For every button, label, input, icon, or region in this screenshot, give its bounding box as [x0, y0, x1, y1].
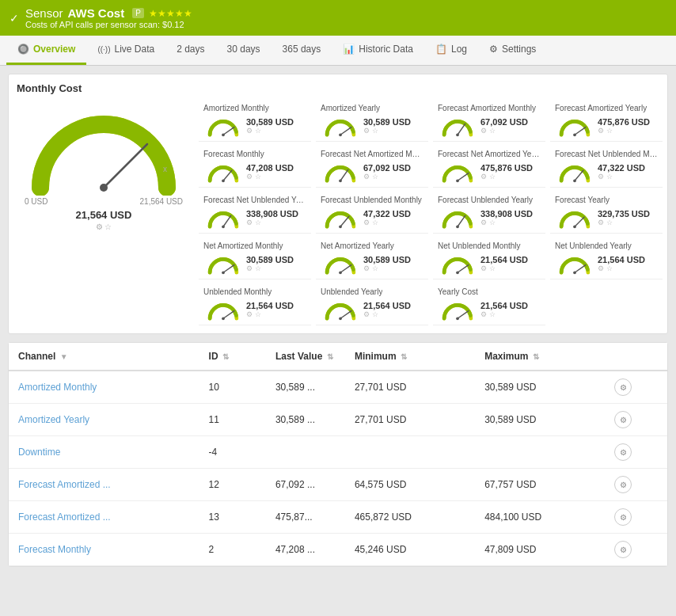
col-maximum[interactable]: Maximum ⇅ [475, 343, 605, 371]
cell-channel[interactable]: Forecast Monthly [9, 534, 199, 566]
gauge-settings-large[interactable]: ⚙ ☆ [96, 222, 112, 231]
small-gauge-settings[interactable]: ⚙ ☆ [363, 127, 411, 135]
historic-icon: 📊 [343, 44, 355, 55]
cell-actions: ⚙ [605, 534, 667, 566]
tab-live-data-label: Live Data [114, 44, 154, 55]
tab-log-label: Log [451, 44, 467, 55]
row-settings-button[interactable]: ⚙ [614, 378, 632, 396]
tab-historic[interactable]: 📊 Historic Data [332, 36, 424, 65]
row-settings-button[interactable]: ⚙ [614, 443, 632, 461]
small-gauge-settings[interactable]: ⚙ ☆ [480, 173, 533, 181]
small-gauge-settings[interactable]: ⚙ ☆ [363, 310, 411, 318]
small-gauge-svg [203, 298, 243, 321]
small-gauge-settings[interactable]: ⚙ ☆ [598, 264, 645, 272]
small-gauge-item: Forecast Net Amortized Yearly 475,876 US… [433, 146, 545, 188]
gauge-max-label: 21,564 USD [140, 197, 183, 206]
col-minimum[interactable]: Minimum ⇅ [345, 343, 475, 371]
small-gauge-settings[interactable]: ⚙ ☆ [598, 219, 650, 226]
tab-2days-label: 2 days [177, 44, 204, 55]
small-gauge-label: Amortized Monthly [203, 104, 269, 112]
small-gauge-settings[interactable]: ⚙ ☆ [480, 219, 533, 226]
cell-channel[interactable]: Forecast Amortized ... [9, 501, 199, 534]
tab-365days[interactable]: 365 days [272, 36, 332, 65]
small-gauge-row: 21,564 USD ⚙ ☆ [203, 298, 294, 321]
svg-text:x: x [163, 165, 167, 173]
cell-id: 2 [199, 534, 266, 566]
col-last-value[interactable]: Last Value ⇅ [266, 343, 345, 371]
cell-channel[interactable]: Amortized Monthly [9, 371, 199, 404]
col-maximum-label: Maximum [484, 351, 528, 362]
cell-actions: ⚙ [605, 469, 667, 501]
small-gauge-svg [321, 206, 360, 230]
cell-channel[interactable]: Amortized Yearly [9, 404, 199, 436]
col-minimum-label: Minimum [355, 351, 397, 362]
small-gauge-settings[interactable]: ⚙ ☆ [480, 264, 528, 272]
row-settings-button[interactable]: ⚙ [614, 411, 632, 428]
live-data-icon: ((·)) [97, 45, 110, 54]
table-row: Forecast Monthly 2 47,208 ... 45,246 USD… [9, 534, 667, 566]
small-gauge-label: Net Unblended Yearly [555, 241, 632, 250]
small-gauge-item: Net Unblended Monthly 21,564 USD ⚙ ☆ [433, 238, 545, 279]
col-actions [605, 343, 667, 371]
tab-historic-label: Historic Data [359, 44, 413, 55]
cell-minimum: 27,701 USD [345, 371, 475, 404]
small-gauge-svg [438, 206, 477, 230]
tab-log[interactable]: 📋 Log [424, 36, 478, 65]
tab-settings[interactable]: ⚙ Settings [478, 36, 547, 65]
svg-point-24 [456, 225, 459, 228]
small-gauge-settings[interactable]: ⚙ ☆ [363, 173, 411, 181]
small-gauge-settings[interactable]: ⚙ ☆ [246, 127, 294, 135]
col-id[interactable]: ID ⇅ [199, 343, 266, 371]
svg-line-37 [340, 311, 351, 319]
large-gauge-svg: x [25, 101, 183, 196]
small-gauge-settings[interactable]: ⚙ ☆ [246, 173, 294, 181]
small-gauge-svg [438, 160, 477, 184]
small-gauge-settings[interactable]: ⚙ ☆ [480, 310, 528, 318]
small-gauge-settings[interactable]: ⚙ ☆ [363, 219, 411, 226]
tab-live-data[interactable]: ((·)) Live Data [86, 36, 165, 65]
small-gauge-settings[interactable]: ⚙ ☆ [598, 173, 645, 181]
small-gauge-settings[interactable]: ⚙ ☆ [598, 127, 650, 135]
small-gauge-svg [321, 252, 360, 276]
small-gauge-settings[interactable]: ⚙ ☆ [246, 219, 298, 226]
cell-id: 12 [199, 469, 266, 501]
tab-30days[interactable]: 30 days [216, 36, 272, 65]
svg-point-30 [339, 271, 342, 274]
small-gauge-item: Forecast Unblended Monthly 47,322 USD ⚙ … [316, 192, 428, 234]
cell-maximum: 67,757 USD [475, 469, 605, 501]
small-gauge-label: Net Amortized Monthly [203, 241, 283, 250]
tab-overview-label: Overview [33, 44, 75, 55]
small-gauge-item: Unblended Yearly 21,564 USD ⚙ ☆ [316, 284, 428, 325]
small-gauge-row: 67,092 USD ⚙ ☆ [438, 114, 528, 138]
small-gauge-svg [203, 160, 243, 184]
svg-point-28 [222, 271, 225, 274]
cell-channel[interactable]: Downtime [9, 436, 199, 469]
cell-channel[interactable]: Forecast Amortized ... [9, 469, 199, 501]
header-title: AWS Cost [68, 6, 125, 20]
tab-settings-label: Settings [502, 44, 536, 55]
svg-point-4 [222, 133, 225, 136]
small-gauge-settings[interactable]: ⚙ ☆ [246, 310, 294, 318]
small-gauge-settings[interactable]: ⚙ ☆ [246, 264, 294, 272]
main-content: Monthly Cost x 0 USD 21,564 USD [0, 66, 676, 575]
small-gauge-value: 21,564 USD [480, 301, 528, 310]
row-settings-button[interactable]: ⚙ [614, 476, 632, 493]
svg-line-33 [575, 265, 586, 273]
col-channel[interactable]: Channel ▼ [9, 343, 199, 371]
cell-minimum: 45,246 USD [345, 534, 475, 566]
overview-icon: 🔘 [17, 44, 29, 55]
row-settings-button[interactable]: ⚙ [614, 541, 632, 558]
tab-overview[interactable]: 🔘 Overview [6, 36, 86, 65]
small-gauge-label: Forecast Amortized Monthly [438, 104, 536, 112]
svg-line-13 [340, 169, 348, 181]
small-gauge-settings[interactable]: ⚙ ☆ [363, 264, 411, 272]
large-gauge-container: x 0 USD 21,564 USD 21,564 USD ⚙ ☆ [17, 101, 191, 325]
row-settings-button[interactable]: ⚙ [614, 508, 632, 526]
small-gauge-row: 30,589 USD ⚙ ☆ [321, 252, 411, 276]
svg-point-20 [222, 225, 225, 228]
svg-line-15 [458, 173, 469, 181]
small-gauge-item: Net Amortized Monthly 30,589 USD ⚙ ☆ [199, 238, 311, 279]
tab-2days[interactable]: 2 days [165, 36, 215, 65]
small-gauge-settings[interactable]: ⚙ ☆ [480, 127, 528, 135]
small-gauge-value: 21,564 USD [598, 255, 645, 264]
